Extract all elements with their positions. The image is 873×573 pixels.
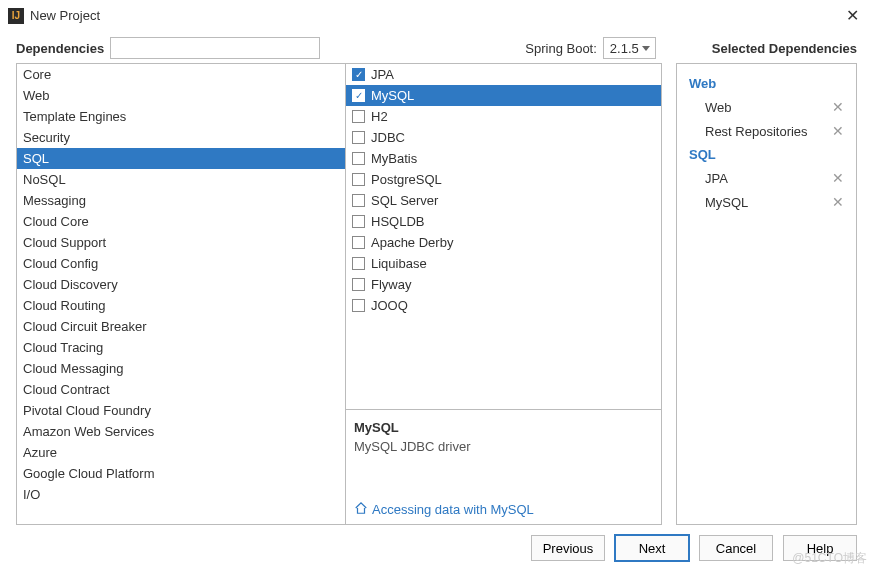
- category-list[interactable]: CoreWebTemplate EnginesSecuritySQLNoSQLM…: [16, 63, 346, 525]
- checkbox[interactable]: ✓: [352, 89, 365, 102]
- description-panel: MySQL MySQL JDBC driver Accessing data w…: [346, 409, 662, 524]
- category-item[interactable]: Cloud Circuit Breaker: [17, 316, 345, 337]
- main: CoreWebTemplate EnginesSecuritySQLNoSQLM…: [0, 63, 873, 525]
- dependency-item[interactable]: MyBatis: [346, 148, 661, 169]
- selected-item-label: Rest Repositories: [705, 124, 832, 139]
- dependency-label: Flyway: [371, 277, 411, 292]
- category-item[interactable]: Azure: [17, 442, 345, 463]
- selected-item: Rest Repositories✕: [677, 119, 856, 143]
- dependency-list[interactable]: ✓JPA✓MySQLH2JDBCMyBatisPostgreSQLSQL Ser…: [346, 64, 662, 409]
- spring-boot-select[interactable]: 2.1.5: [603, 37, 656, 59]
- category-item[interactable]: Template Engines: [17, 106, 345, 127]
- remove-icon[interactable]: ✕: [832, 170, 844, 186]
- dependency-item[interactable]: ✓MySQL: [346, 85, 661, 106]
- dependency-label: HSQLDB: [371, 214, 424, 229]
- category-item[interactable]: I/O: [17, 484, 345, 505]
- dependency-label: JDBC: [371, 130, 405, 145]
- dependency-label: H2: [371, 109, 388, 124]
- dependency-item[interactable]: HSQLDB: [346, 211, 661, 232]
- dependency-label: MySQL: [371, 88, 414, 103]
- checkbox[interactable]: [352, 131, 365, 144]
- dependency-item[interactable]: Apache Derby: [346, 232, 661, 253]
- dependency-item[interactable]: JOOQ: [346, 295, 661, 316]
- category-item[interactable]: Google Cloud Platform: [17, 463, 345, 484]
- checkbox[interactable]: [352, 257, 365, 270]
- selected-item-label: JPA: [705, 171, 832, 186]
- category-item[interactable]: Web: [17, 85, 345, 106]
- next-button[interactable]: Next: [615, 535, 689, 561]
- dependency-label: Apache Derby: [371, 235, 453, 250]
- dependency-label: PostgreSQL: [371, 172, 442, 187]
- selected-group-header: Web: [677, 72, 856, 95]
- category-item[interactable]: Cloud Routing: [17, 295, 345, 316]
- description-link[interactable]: Accessing data with MySQL: [354, 501, 653, 518]
- dependency-label: Liquibase: [371, 256, 427, 271]
- selected-dependencies-label: Selected Dependencies: [712, 41, 857, 56]
- checkbox[interactable]: [352, 299, 365, 312]
- checkbox[interactable]: [352, 278, 365, 291]
- category-item[interactable]: Cloud Core: [17, 211, 345, 232]
- selected-dependencies-panel: WebWeb✕Rest Repositories✕SQLJPA✕MySQL✕: [676, 63, 857, 525]
- category-item[interactable]: Cloud Config: [17, 253, 345, 274]
- search-wrap: [110, 37, 320, 59]
- category-item[interactable]: Cloud Tracing: [17, 337, 345, 358]
- category-item[interactable]: Core: [17, 64, 345, 85]
- dependency-item[interactable]: Liquibase: [346, 253, 661, 274]
- previous-button[interactable]: Previous: [531, 535, 605, 561]
- dependency-item[interactable]: SQL Server: [346, 190, 661, 211]
- titlebar: IJ New Project ✕: [0, 0, 873, 31]
- dependencies-label: Dependencies: [16, 41, 104, 56]
- category-item[interactable]: SQL: [17, 148, 345, 169]
- dependency-item[interactable]: JDBC: [346, 127, 661, 148]
- watermark: @51CTO博客: [792, 550, 867, 567]
- app-icon: IJ: [8, 8, 24, 24]
- window-title: New Project: [30, 8, 842, 23]
- selected-item: Web✕: [677, 95, 856, 119]
- category-item[interactable]: Cloud Contract: [17, 379, 345, 400]
- checkbox[interactable]: [352, 110, 365, 123]
- selected-group-header: SQL: [677, 143, 856, 166]
- dependency-label: JOOQ: [371, 298, 408, 313]
- remove-icon[interactable]: ✕: [832, 99, 844, 115]
- dependency-item[interactable]: ✓JPA: [346, 64, 661, 85]
- dependency-item[interactable]: Flyway: [346, 274, 661, 295]
- description-title: MySQL: [354, 420, 653, 435]
- selected-item: MySQL✕: [677, 190, 856, 214]
- selected-item: JPA✕: [677, 166, 856, 190]
- category-item[interactable]: Cloud Support: [17, 232, 345, 253]
- dependency-column: ✓JPA✓MySQLH2JDBCMyBatisPostgreSQLSQL Ser…: [346, 63, 662, 525]
- dependency-label: SQL Server: [371, 193, 438, 208]
- description-text: MySQL JDBC driver: [354, 439, 653, 501]
- category-item[interactable]: Security: [17, 127, 345, 148]
- checkbox[interactable]: [352, 236, 365, 249]
- checkbox[interactable]: [352, 152, 365, 165]
- spring-boot-version: 2.1.5: [610, 41, 639, 56]
- home-icon: [354, 501, 368, 518]
- category-item[interactable]: Cloud Discovery: [17, 274, 345, 295]
- dependency-label: JPA: [371, 67, 394, 82]
- remove-icon[interactable]: ✕: [832, 194, 844, 210]
- close-icon[interactable]: ✕: [842, 6, 863, 25]
- category-item[interactable]: NoSQL: [17, 169, 345, 190]
- dependency-label: MyBatis: [371, 151, 417, 166]
- dependency-item[interactable]: PostgreSQL: [346, 169, 661, 190]
- spring-boot-label: Spring Boot:: [525, 41, 597, 56]
- description-link-text: Accessing data with MySQL: [372, 502, 534, 517]
- checkbox[interactable]: [352, 215, 365, 228]
- selected-item-label: MySQL: [705, 195, 832, 210]
- dependency-item[interactable]: H2: [346, 106, 661, 127]
- selected-item-label: Web: [705, 100, 832, 115]
- checkbox[interactable]: ✓: [352, 68, 365, 81]
- remove-icon[interactable]: ✕: [832, 123, 844, 139]
- checkbox[interactable]: [352, 194, 365, 207]
- category-item[interactable]: Amazon Web Services: [17, 421, 345, 442]
- checkbox[interactable]: [352, 173, 365, 186]
- category-item[interactable]: Pivotal Cloud Foundry: [17, 400, 345, 421]
- category-item[interactable]: Cloud Messaging: [17, 358, 345, 379]
- category-item[interactable]: Messaging: [17, 190, 345, 211]
- cancel-button[interactable]: Cancel: [699, 535, 773, 561]
- search-input[interactable]: [110, 37, 320, 59]
- header-row: Dependencies Spring Boot: 2.1.5 Selected…: [0, 31, 873, 63]
- footer: Previous Next Cancel Help: [0, 525, 873, 571]
